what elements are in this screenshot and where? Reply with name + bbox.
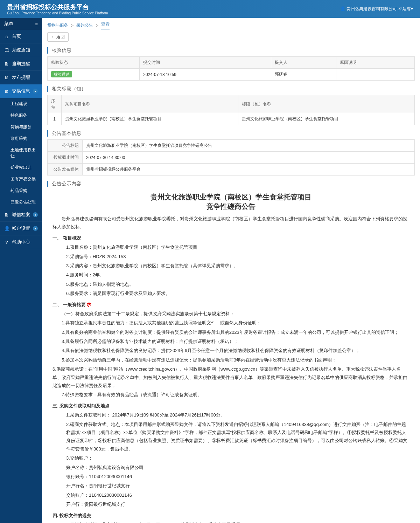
menu-publish-remind[interactable]: 🗎发布提醒: [0, 71, 42, 84]
breadcrumb: 货物与服务 > 采购公告 > 查看: [42, 18, 420, 29]
user-icon: 👤: [4, 226, 9, 231]
submenu-land[interactable]: 土地使用权出让: [0, 144, 42, 162]
verify-reason: [336, 69, 414, 81]
menu-collapse-icon[interactable]: ≡: [35, 21, 38, 27]
notice-title: 贵州文化旅游职业学院（南校区）学生食堂托管项目竞争性磋商公告: [47, 192, 415, 211]
app-title: 贵州省招标投标公共服务平台: [7, 3, 108, 11]
menu-credit[interactable]: 🗎诚信档案: [0, 208, 42, 222]
notice-body: 贵州弘典建设咨询有限公司受贵州文化旅游职业学院委托，对贵州文化旅游职业学院（南校…: [47, 215, 415, 523]
menu-home[interactable]: ⌂首页: [0, 30, 42, 43]
submenu-mining[interactable]: 矿业权出让: [0, 162, 42, 173]
app-subtitle: GuiZhou Province Tendering and Bidding P…: [7, 11, 108, 15]
back-button[interactable]: ← 返回: [47, 32, 69, 42]
menu-account[interactable]: 👤帐户设置: [0, 222, 42, 235]
verify-table: 核验状态 提交时间 提交人 原因说明 核验通过 2024-07-18 10:59…: [47, 56, 415, 81]
doc-icon: 🗎: [4, 89, 9, 94]
basic-table: 公告标题贵州文化旅游职业学院（南校区）学生食堂托管项目竞争性磋商公告 投标截止时…: [47, 139, 415, 176]
menu-overdue[interactable]: 🗎逾期提醒: [0, 57, 42, 71]
menu-header: 菜单 ≡: [0, 18, 42, 30]
monitor-icon: 🖵: [4, 48, 9, 53]
submenu-property[interactable]: 国有产权交易: [0, 173, 42, 185]
menu-help[interactable]: ?帮助中心: [0, 235, 42, 249]
menu-system-notice[interactable]: 🖵系统通知: [0, 43, 42, 57]
submenu-gov[interactable]: 政府采购: [0, 133, 42, 144]
user-dropdown[interactable]: 贵州弘典建设咨询有限公司-邓廷睿▾: [340, 6, 413, 12]
table-row: 1 贵州文化旅游职业学院（南校区）学生食堂托管项目 贵州文化旅游职业学院（南校区…: [48, 113, 415, 125]
breadcrumb-item[interactable]: 采购公告: [76, 22, 93, 28]
section-panel-title: 相关标段（包）: [47, 86, 415, 92]
notice-panel-title: 公告公示内容: [47, 181, 415, 187]
verify-person: 邓廷睿: [271, 69, 336, 81]
basic-panel-title: 公告基本信息: [47, 130, 415, 137]
submenu-special[interactable]: 特色服务: [0, 110, 42, 121]
doc-icon: 🗎: [4, 75, 9, 80]
sidebar: 菜单 ≡ ⌂首页 🖵系统通知 🗎逾期提醒 🗎发布提醒 🗎交易信息 工程建设 特色…: [0, 18, 42, 523]
app-header: 贵州省招标投标公共服务平台 GuiZhou Province Tendering…: [0, 0, 420, 18]
submenu-published[interactable]: 已发公告处理: [0, 197, 42, 208]
breadcrumb-item[interactable]: 货物与服务: [47, 22, 68, 28]
doc-icon: 🗎: [4, 212, 9, 218]
submenu-drug[interactable]: 药品采购: [0, 185, 42, 197]
verify-panel-title: 核验信息: [47, 47, 415, 54]
help-icon: ?: [4, 240, 9, 245]
submenu-goods[interactable]: 货物与服务: [0, 121, 42, 133]
breadcrumb-current: 查看: [101, 21, 110, 29]
home-icon: ⌂: [4, 34, 9, 39]
verify-time: 2024-07-18 10:59: [140, 69, 271, 81]
verify-status-badge: 核验通过: [51, 71, 72, 77]
menu-trade-info[interactable]: 🗎交易信息: [0, 84, 42, 98]
submenu-construction[interactable]: 工程建设: [0, 98, 42, 110]
section-table: 序号 采购项目名称 标段（包）名称 1 贵州文化旅游职业学院（南校区）学生食堂托…: [47, 95, 415, 125]
main-content: 货物与服务 > 采购公告 > 查看 ← 返回 核验信息 核验状态 提交时间 提交…: [42, 18, 420, 523]
doc-icon: 🗎: [4, 61, 9, 67]
